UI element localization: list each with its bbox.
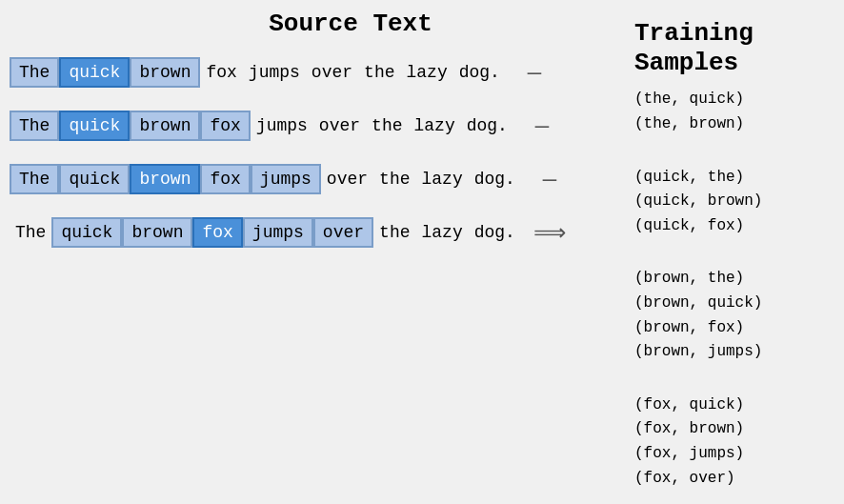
- word-3-6: the: [373, 219, 415, 246]
- word-2-5: over: [321, 166, 373, 192]
- word-1-5: over: [313, 112, 366, 139]
- word-3-2: brown: [122, 217, 192, 248]
- arrow-2: —: [521, 167, 578, 192]
- word-2-7: lazy: [415, 166, 468, 192]
- sentence-row-2: Thequickbrownfoxjumpsoverthelazydog.—: [10, 164, 634, 194]
- arrow-symbol-3: ⟹: [533, 219, 566, 247]
- arrow-0: —: [506, 60, 563, 86]
- training-title: TrainingSamples: [634, 19, 834, 78]
- sentence-with-arrow-0: Thequickbrownfoxjumpsoverthelazydog.—: [10, 57, 634, 88]
- sample-2-3: (brown, jumps): [634, 340, 834, 365]
- sample-3-1: (fox, brown): [634, 417, 834, 442]
- word-3-4: jumps: [243, 217, 313, 248]
- word-0-6: the: [358, 59, 400, 86]
- left-panel: Source Text Thequickbrownfoxjumpsoverthe…: [0, 10, 634, 504]
- word-1-1: quick: [59, 111, 130, 141]
- sample-2-1: (brown, quick): [634, 292, 834, 316]
- right-panel: TrainingSamples (the, quick)(the, brown)…: [634, 10, 844, 504]
- word-2-8: dog.: [469, 166, 521, 192]
- sample-3-2: (fox, jumps): [634, 442, 834, 467]
- word-1-0: The: [10, 111, 59, 141]
- word-1-8: dog.: [461, 112, 513, 139]
- word-0-5: over: [306, 59, 358, 86]
- sentence-row-0: Thequickbrownfoxjumpsoverthelazydog.—: [10, 57, 634, 88]
- samples-container: (the, quick)(the, brown)(quick, the)(qui…: [634, 88, 834, 504]
- arrow-symbol-2: —: [543, 167, 556, 192]
- word-1-3: fox: [200, 111, 250, 141]
- word-0-4: jumps: [243, 59, 306, 86]
- sample-1-2: (quick, fox): [634, 214, 834, 239]
- samples-block-2: (brown, the)(brown, quick)(brown, fox)(b…: [634, 267, 834, 364]
- source-text-title: Source Text: [10, 10, 634, 38]
- word-2-6: the: [373, 166, 415, 192]
- samples-block-0: (the, quick)(the, brown): [634, 88, 834, 136]
- sample-2-0: (brown, the): [634, 267, 834, 292]
- word-1-6: the: [366, 112, 408, 139]
- sample-0-0: (the, quick): [634, 88, 834, 112]
- arrow-3: ⟹: [521, 219, 578, 247]
- word-1-4: jumps: [251, 112, 313, 139]
- samples-block-3: (fox, quick)(fox, brown)(fox, jumps)(fox…: [634, 393, 834, 491]
- word-0-2: brown: [130, 57, 200, 88]
- sentence-with-arrow-3: Thequickbrownfoxjumpsoverthelazydog.⟹: [10, 217, 634, 248]
- word-3-5: over: [313, 217, 373, 248]
- word-3-8: dog.: [469, 219, 521, 246]
- arrow-1: —: [513, 113, 571, 139]
- word-3-7: lazy: [415, 219, 468, 246]
- sample-3-0: (fox, quick): [634, 393, 834, 418]
- sample-0-1: (the, brown): [634, 112, 834, 137]
- word-2-2: brown: [130, 164, 200, 194]
- word-1-7: lazy: [408, 112, 460, 139]
- sentence-with-arrow-2: Thequickbrownfoxjumpsoverthelazydog.—: [10, 164, 634, 194]
- word-3-3: fox: [192, 217, 242, 248]
- word-1-2: brown: [130, 111, 200, 141]
- word-2-4: jumps: [251, 164, 321, 194]
- sample-3-3: (fox, over): [634, 467, 834, 492]
- word-2-0: The: [10, 164, 59, 194]
- word-0-7: lazy: [400, 59, 452, 86]
- sentence-words-3: Thequickbrownfoxjumpsoverthelazydog.: [10, 217, 521, 248]
- word-3-0: The: [10, 219, 51, 246]
- sentence-words-1: Thequickbrownfoxjumpsoverthelazydog.: [10, 111, 513, 141]
- sentence-with-arrow-1: Thequickbrownfoxjumpsoverthelazydog.—: [10, 111, 634, 141]
- word-3-1: quick: [51, 217, 122, 248]
- word-0-1: quick: [59, 57, 130, 88]
- word-2-1: quick: [59, 164, 130, 194]
- sentence-row-1: Thequickbrownfoxjumpsoverthelazydog.—: [10, 111, 634, 141]
- sentence-words-2: Thequickbrownfoxjumpsoverthelazydog.: [10, 164, 521, 194]
- sentence-row-3: Thequickbrownfoxjumpsoverthelazydog.⟹: [10, 217, 634, 248]
- word-2-3: fox: [200, 164, 250, 194]
- arrow-symbol-1: —: [535, 113, 549, 139]
- sample-2-2: (brown, fox): [634, 316, 834, 341]
- sample-1-0: (quick, the): [634, 166, 834, 191]
- word-0-8: dog.: [453, 59, 506, 86]
- arrow-symbol-0: —: [528, 60, 541, 86]
- rows-container: Thequickbrownfoxjumpsoverthelazydog.—The…: [10, 57, 634, 271]
- sample-1-1: (quick, brown): [634, 190, 834, 214]
- word-0-3: fox: [200, 59, 242, 86]
- samples-block-1: (quick, the)(quick, brown)(quick, fox): [634, 166, 834, 239]
- main-container: Source Text Thequickbrownfoxjumpsoverthe…: [0, 0, 844, 504]
- sentence-words-0: Thequickbrownfoxjumpsoverthelazydog.: [10, 57, 506, 88]
- word-0-0: The: [10, 57, 59, 88]
